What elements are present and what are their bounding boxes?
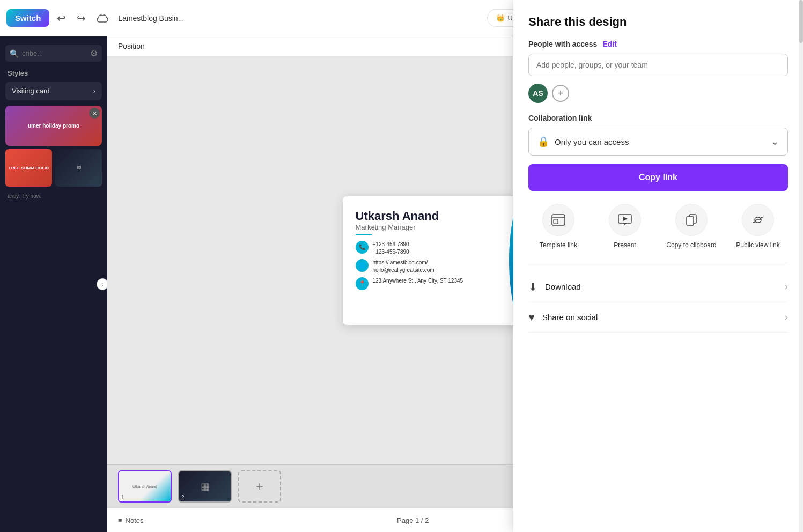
access-dropdown[interactable]: 🔒 Only you can access ⌄	[528, 128, 788, 156]
page-thumb-2-num: 2	[181, 494, 185, 500]
social-chevron-icon: ›	[785, 312, 788, 323]
document-title: Lamestblog Busin...	[118, 14, 184, 23]
phone-icon: 📞	[356, 241, 369, 254]
user-avatar: AS	[528, 84, 548, 103]
access-status: Only you can access	[555, 137, 765, 146]
svg-rect-6	[554, 219, 558, 224]
card-left: Utkarsh Anand Marketing Manager 📞 +123-4…	[343, 196, 525, 325]
switch-button[interactable]: Switch	[6, 9, 49, 27]
add-page-button[interactable]: +	[238, 470, 281, 503]
styles-label: Styles	[0, 65, 107, 79]
visiting-card-item[interactable]: Visiting card ›	[5, 82, 102, 100]
copy-link-button[interactable]: Copy link	[528, 164, 788, 191]
edit-link[interactable]: Edit	[602, 40, 616, 48]
copy-to-clipboard-icon-circle	[675, 204, 708, 236]
redo-button[interactable]: ↪	[73, 9, 89, 28]
sidebar-bottom-text: antly. Try now.	[0, 190, 107, 202]
template-link-icon-circle	[542, 204, 574, 236]
location-icon: 📍	[356, 277, 369, 290]
card-name: Utkarsh Anand	[356, 209, 512, 223]
sidebar-templates: umer holiday promo ✕ FREE SUMM HOLID 🖼	[0, 102, 107, 190]
public-view-link-label: Public view link	[736, 241, 779, 250]
svg-rect-12	[687, 217, 694, 225]
sidebar-collapse-button[interactable]: ‹	[97, 278, 107, 290]
template-link-label: Template link	[540, 241, 577, 250]
present-label: Present	[614, 241, 636, 250]
page-thumb-1[interactable]: Utkarsh Anand 1	[118, 470, 172, 503]
scrollbar[interactable]	[799, 0, 803, 532]
card-address: 📍 123 Anywhere St., Any City, ST 12345	[356, 277, 512, 290]
filter-icon[interactable]: ⚙	[90, 48, 98, 58]
scrollbar-thumb[interactable]	[799, 0, 803, 43]
public-view-link-icon-circle	[742, 204, 774, 236]
people-access-label: People with access Edit	[528, 40, 788, 48]
notes-icon: ≡	[118, 516, 122, 524]
search-icon: 🔍	[10, 49, 19, 58]
share-panel-title: Share this design	[528, 15, 788, 29]
action-present[interactable]: Present	[595, 204, 655, 250]
sidebar-search: 🔍 ⚙	[5, 45, 102, 62]
chevron-right-icon: ›	[93, 87, 95, 95]
chevron-down-icon: ⌄	[771, 136, 779, 147]
web-icon: 🌐	[356, 259, 369, 272]
promo-text: umer holiday promo	[26, 121, 82, 131]
cloud-button[interactable]	[93, 11, 112, 26]
close-template-button[interactable]: ✕	[89, 108, 100, 119]
social-icon: ♥	[528, 311, 535, 323]
share-social-label: Share on social	[542, 313, 777, 322]
people-input[interactable]	[528, 54, 788, 76]
notes-button[interactable]: ≡ Notes	[118, 516, 144, 524]
undo-button[interactable]: ↩	[54, 9, 69, 28]
page-thumb-2[interactable]: ▦ 2	[178, 470, 232, 503]
download-chevron-icon: ›	[785, 281, 788, 292]
page-thumb-1-num: 1	[121, 494, 124, 500]
present-icon-circle	[609, 204, 641, 236]
template-card-promo[interactable]: umer holiday promo ✕	[5, 106, 102, 146]
download-icon: ⬇	[528, 280, 537, 293]
share-panel: Share this design People with access Edi…	[513, 0, 803, 532]
svg-marker-8	[623, 217, 628, 221]
action-grid: Template link Present	[528, 204, 788, 250]
card-phone: 📞 +123-456-7890 +123-456-7890	[356, 241, 512, 256]
lock-icon: 🔒	[537, 136, 549, 147]
template-half-1[interactable]: FREE SUMM HOLID	[5, 149, 52, 187]
card-title: Marketing Manager	[356, 223, 512, 231]
template-row: FREE SUMM HOLID 🖼	[5, 149, 102, 187]
main-layout: 🔍 ⚙ Styles Visiting card › umer holiday …	[0, 36, 803, 532]
page-indicator: Page 1 / 2	[397, 516, 429, 524]
action-template-link[interactable]: Template link	[528, 204, 588, 250]
position-label: Position	[118, 42, 145, 50]
share-social-item[interactable]: ♥ Share on social ›	[528, 302, 788, 332]
action-copy-to-clipboard[interactable]: Copy to clipboard	[661, 204, 721, 250]
card-divider	[356, 234, 372, 235]
avatar-row: AS +	[528, 84, 788, 103]
add-people-button[interactable]: +	[552, 85, 569, 102]
crown-icon: 👑	[496, 14, 505, 22]
search-input[interactable]	[22, 49, 87, 57]
template-half-2[interactable]: 🖼	[55, 149, 102, 187]
download-item[interactable]: ⬇ Download ›	[528, 272, 788, 302]
sidebar: 🔍 ⚙ Styles Visiting card › umer holiday …	[0, 36, 107, 532]
card-web-email: 🌐 https://lamestblog.com/ hello@reallygr…	[356, 259, 512, 274]
download-label: Download	[545, 282, 777, 291]
action-public-view-link[interactable]: Public view link	[728, 204, 788, 250]
copy-to-clipboard-label: Copy to clipboard	[666, 241, 716, 250]
divider	[528, 263, 788, 263]
collab-label: Collaboration link	[528, 114, 788, 122]
